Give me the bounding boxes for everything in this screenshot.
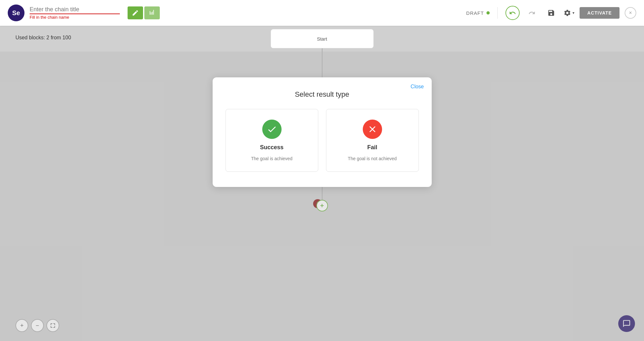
fail-icon bbox=[363, 120, 382, 139]
title-error-label: Fill in the chain name bbox=[30, 15, 120, 20]
toolbar-buttons bbox=[128, 6, 160, 19]
settings-button[interactable]: ▾ bbox=[563, 9, 574, 17]
edit-mode-button[interactable] bbox=[128, 6, 143, 19]
title-input-wrapper: Fill in the chain name bbox=[30, 6, 120, 20]
result-options: Success The goal is achieved Fail The go… bbox=[226, 109, 419, 172]
close-icon: × bbox=[629, 10, 632, 16]
start-node-label: Start bbox=[317, 36, 327, 42]
success-icon bbox=[262, 120, 282, 139]
select-result-modal: Select result type Close Success The goa… bbox=[213, 77, 432, 187]
x-icon bbox=[367, 124, 378, 134]
canvas-area: Used blocks: 2 from 100 Start Name to 1 … bbox=[0, 26, 644, 341]
activate-button[interactable]: ACTIVATE bbox=[580, 7, 620, 19]
draft-dot bbox=[486, 11, 490, 15]
checkmark-icon bbox=[267, 124, 277, 134]
used-blocks-label: Used blocks: 2 from 100 bbox=[15, 35, 71, 41]
undo-icon bbox=[509, 9, 516, 16]
undo-button[interactable] bbox=[505, 6, 520, 20]
fail-result-card[interactable]: Fail The goal is not achieved bbox=[326, 109, 419, 172]
chart-icon bbox=[149, 9, 156, 16]
modal-overlay: Select result type Close Success The goa… bbox=[0, 52, 644, 341]
chain-title-input[interactable] bbox=[30, 6, 120, 14]
fail-description: The goal is not achieved bbox=[348, 156, 397, 161]
header-divider bbox=[497, 7, 498, 19]
start-node[interactable]: Start bbox=[271, 29, 374, 48]
save-button[interactable] bbox=[544, 6, 558, 20]
draft-label: DRAFT bbox=[466, 10, 484, 16]
success-result-card[interactable]: Success The goal is achieved bbox=[226, 109, 318, 172]
redo-button[interactable] bbox=[525, 6, 539, 20]
gear-dropdown-arrow: ▾ bbox=[572, 11, 574, 15]
gear-icon bbox=[563, 9, 571, 17]
app-header: Se Fill in the chain name DRAFT bbox=[0, 0, 644, 26]
success-description: The goal is achieved bbox=[251, 156, 292, 161]
logo: Se bbox=[8, 5, 24, 21]
save-icon bbox=[547, 9, 555, 17]
edit-icon bbox=[132, 9, 139, 16]
draft-section: DRAFT bbox=[466, 10, 490, 16]
chart-mode-button[interactable] bbox=[144, 6, 160, 19]
redo-icon bbox=[528, 9, 535, 16]
modal-title: Select result type bbox=[226, 90, 419, 99]
success-title: Success bbox=[260, 144, 284, 151]
close-button[interactable]: × bbox=[625, 7, 636, 19]
fail-title: Fail bbox=[367, 144, 377, 151]
modal-close-button[interactable]: Close bbox=[411, 84, 424, 90]
